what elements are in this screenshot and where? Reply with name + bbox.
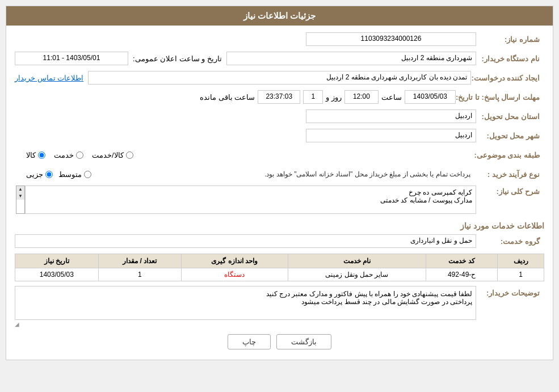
announce-date-value: 1403/05/01 - 11:01 <box>15 52 128 65</box>
buyer-notes-line-2: پرداختی در صورت گشایش مالی در چند قسط پر… <box>19 298 472 306</box>
reply-day-label: روز و <box>326 93 342 102</box>
city-label: شهر محل تحویل: <box>476 132 544 140</box>
description-label: شرح کلی نیاز: <box>476 186 544 196</box>
city-row: شهر محل تحویل: اردبیل <box>15 128 544 144</box>
services-section-title: اطلاعات خدمات مورد نیاز <box>15 221 544 230</box>
cell-date-0: 1403/05/03 <box>15 268 99 281</box>
reply-deadline-row: مهلت ارسال پاسخ: تا تاریخ: 1403/05/03 سا… <box>15 89 544 105</box>
process-radio-1[interactable] <box>45 171 53 178</box>
cell-code-0: ح-49-492 <box>426 268 498 281</box>
announce-date-label: تاریخ و ساعت اعلان عمومی: <box>133 54 222 63</box>
creator-link[interactable]: اطلاعات تماس خریدار <box>15 74 83 82</box>
process-option-1: جزیی <box>26 170 53 179</box>
process-row: نوع فرآیند خرید : پرداخت تمام یا بخشی از… <box>15 166 544 182</box>
col-header-name: نام خدمت <box>288 254 426 268</box>
category-label: طبقه بندی موضوعی: <box>474 151 544 159</box>
category-label-2: خدمت <box>54 151 74 159</box>
buyer-notes-line-1: لطفا قیمت پیشنهادی خود را همراه با پیش ف… <box>19 290 472 298</box>
col-header-row: ردیف <box>498 254 544 268</box>
col-header-date: تاریخ نیاز <box>15 254 99 268</box>
creator-label: ایجاد کننده درخواست: <box>471 74 544 82</box>
reply-deadline-label: مهلت ارسال پاسخ: تا تاریخ: <box>456 93 544 102</box>
cell-name-0: سایر حمل ونقل زمینی <box>288 268 426 281</box>
print-button[interactable]: چاپ <box>228 334 271 349</box>
buyer-notes-label: توضیحات خریدار: <box>476 286 544 297</box>
main-container: جزئیات اطلاعات نیاز شماره نیاز: 11030932… <box>6 6 553 360</box>
process-radio-group: متوسط جزیی <box>15 170 91 179</box>
resize-handle: ◢ <box>15 320 476 327</box>
request-number-label: شماره نیاز: <box>476 35 544 44</box>
reply-deadline-fields: 1403/05/03 ساعت 12:00 روز و 1 23:37:03 س… <box>200 90 456 104</box>
scroll-down-button[interactable]: ▼ <box>16 193 24 200</box>
description-content: کرایه کمپرسی ده چرخ مدارک پیوست / مشابه … <box>25 186 476 214</box>
category-radio-1[interactable] <box>38 151 45 159</box>
process-radio-2[interactable] <box>84 171 91 178</box>
process-label: نوع فرآیند خرید : <box>476 170 544 179</box>
page-header: جزئیات اطلاعات نیاز <box>6 6 553 26</box>
col-header-code: کد خدمت <box>426 254 498 268</box>
cell-unit-0: دستگاه <box>182 268 288 281</box>
reply-time-label: ساعت <box>381 93 402 102</box>
buttons-row: بازگشت چاپ <box>15 334 544 349</box>
table-header-row: ردیف کد خدمت نام خدمت واحد اندازه گیری ت… <box>15 254 544 268</box>
category-radio-2[interactable] <box>76 151 83 159</box>
cell-qty-0: 1 <box>98 268 181 281</box>
category-radio-3[interactable] <box>126 151 133 159</box>
creator-value: تمدن دیده بان کاربرداری شهرداری منطقه 2 … <box>88 71 471 85</box>
back-button[interactable]: بازگشت <box>276 334 331 349</box>
reply-remaining-label: ساعت باقی مانده <box>200 93 255 102</box>
service-group-label: گروه خدمت: <box>476 237 544 246</box>
category-label-3: کالا/خدمت <box>92 151 124 159</box>
process-label-2: متوسط <box>58 170 82 179</box>
category-option-2: خدمت <box>54 151 83 159</box>
request-number-row: شماره نیاز: 1103093234000126 <box>15 31 544 47</box>
buyer-notes-content: لطفا قیمت پیشنهادی خود را همراه با پیش ف… <box>15 286 476 320</box>
category-label-1: کالا <box>26 151 36 159</box>
col-header-unit: واحد اندازه گیری <box>182 254 288 268</box>
province-label: استان محل تحویل: <box>476 112 544 121</box>
reply-remaining-value: 23:37:03 <box>258 90 300 104</box>
province-row: استان محل تحویل: اردبیل <box>15 108 544 124</box>
description-line-1: کرایه کمپرسی ده چرخ <box>29 188 472 196</box>
buyer-org-label: نام دستگاه خریدار: <box>476 54 544 63</box>
table-row: 1 ح-49-492 سایر حمل ونقل زمینی دستگاه 1 … <box>15 268 544 281</box>
description-row: شرح کلی نیاز: کرایه کمپرسی ده چرخ مدارک … <box>15 186 544 217</box>
category-option-3: کالا/خدمت <box>92 151 133 159</box>
request-number-value: 1103093234000126 <box>306 32 476 46</box>
process-option-2: متوسط <box>58 170 91 179</box>
process-label-1: جزیی <box>26 170 43 179</box>
buyer-notes-row: توضیحات خریدار: لطفا قیمت پیشنهادی خود ر… <box>15 286 544 327</box>
service-group-row: گروه خدمت: حمل و نقل و انبارداری <box>15 233 544 249</box>
category-radio-group: کالا/خدمت خدمت کالا <box>15 151 474 159</box>
service-group-value: حمل و نقل و انبارداری <box>15 234 476 248</box>
city-value: اردبیل <box>306 129 476 142</box>
reply-day-value: 1 <box>303 90 323 104</box>
services-table: ردیف کد خدمت نام خدمت واحد اندازه گیری ت… <box>15 254 544 281</box>
description-line-2: مدارک پیوست / مشابه کد خدمتی <box>29 196 472 204</box>
reply-date-value: 1403/05/03 <box>405 90 456 104</box>
header-title: جزئیات اطلاعات نیاز <box>243 11 316 20</box>
category-row: طبقه بندی موضوعی: کالا/خدمت خدمت کالا <box>15 147 544 163</box>
creator-row: ایجاد کننده درخواست: تمدن دیده بان کاربر… <box>15 70 544 86</box>
province-value: اردبیل <box>306 109 476 123</box>
process-note: پرداخت تمام یا بخشی از مبلغ خریداز محل "… <box>94 170 470 178</box>
category-option-1: کالا <box>26 151 45 159</box>
reply-time-value: 12:00 <box>344 90 379 104</box>
buyer-org-row: نام دستگاه خریدار: شهرداری منطقه 2 اردبی… <box>15 50 544 66</box>
description-scrollbar[interactable]: ▲ ▼ <box>16 186 25 214</box>
scroll-up-button[interactable]: ▲ <box>16 186 24 193</box>
content-area: شماره نیاز: 1103093234000126 نام دستگاه … <box>6 26 553 360</box>
col-header-qty: تعداد / مقدار <box>98 254 181 268</box>
buyer-org-value: شهرداری منطقه 2 اردبیل <box>226 52 476 65</box>
cell-row-0: 1 <box>498 268 544 281</box>
